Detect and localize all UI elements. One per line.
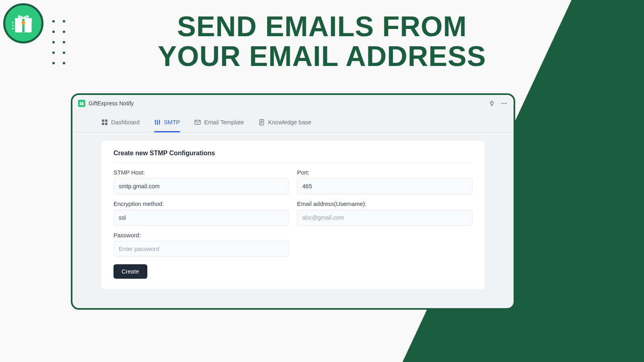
mail-icon — [194, 119, 201, 125]
app-window: GiftExpress Notify Dashboard SMTP Email … — [71, 93, 515, 310]
encryption-input[interactable] — [114, 210, 289, 226]
headline-line-2: YOUR EMAIL ADDRESS — [158, 42, 486, 72]
pin-button[interactable] — [488, 99, 496, 107]
email-label: Email address(Username): — [297, 201, 473, 207]
tab-label: Email Template — [204, 119, 244, 125]
svg-rect-12 — [105, 123, 107, 125]
svg-rect-2 — [22, 18, 25, 33]
field-port: Port: — [297, 169, 473, 194]
app-logo — [3, 3, 43, 43]
tab-email-template[interactable]: Email Template — [194, 112, 244, 132]
encryption-label: Encryption method: — [114, 201, 289, 207]
svg-point-7 — [504, 103, 505, 104]
host-label: STMP Host: — [114, 169, 289, 176]
svg-point-13 — [155, 120, 156, 122]
ellipsis-icon — [501, 100, 507, 107]
decorative-dots-bottom — [555, 308, 628, 350]
tab-label: Knowledge base — [268, 119, 311, 125]
password-input[interactable] — [114, 241, 289, 257]
more-button[interactable] — [500, 99, 508, 107]
grid-icon — [101, 119, 108, 125]
headline: SEND EMAILS FROM YOUR EMAIL ADDRESS — [158, 12, 486, 71]
tab-smtp[interactable]: SMTP — [154, 112, 180, 132]
tab-label: Dashboard — [111, 119, 140, 125]
password-label: Password: — [114, 232, 289, 239]
tab-dashboard[interactable]: Dashboard — [101, 112, 140, 132]
svg-rect-16 — [195, 120, 200, 124]
svg-point-8 — [506, 103, 507, 104]
field-password: Password: — [114, 232, 289, 257]
headline-line-1: SEND EMAILS FROM — [158, 12, 486, 42]
gift-icon — [11, 11, 35, 35]
svg-rect-5 — [81, 103, 82, 105]
tab-knowledge-base[interactable]: Knowledge base — [258, 112, 311, 132]
host-input[interactable] — [114, 178, 289, 194]
svg-rect-11 — [102, 123, 104, 125]
svg-point-6 — [502, 103, 503, 104]
smtp-config-card: Create new STMP Configurations STMP Host… — [101, 141, 485, 289]
field-email: Email address(Username): — [297, 201, 473, 226]
svg-rect-9 — [102, 119, 104, 122]
field-host: STMP Host: — [114, 169, 289, 194]
field-encryption: Encryption method: — [114, 201, 289, 226]
port-label: Port: — [297, 169, 473, 176]
app-icon — [78, 100, 85, 107]
title-bar: GiftExpress Notify — [72, 95, 514, 112]
decorative-dots-top — [48, 16, 69, 68]
port-input[interactable] — [297, 178, 473, 194]
email-input[interactable] — [297, 210, 473, 226]
card-title: Create new STMP Configurations — [114, 150, 473, 163]
pin-icon — [489, 101, 495, 106]
document-icon — [258, 119, 265, 125]
tabs: Dashboard SMTP Email Template Knowledge … — [72, 112, 514, 133]
sliders-icon — [154, 119, 161, 125]
content-area: Create new STMP Configurations STMP Host… — [72, 133, 514, 297]
svg-point-14 — [157, 123, 158, 124]
create-button[interactable]: Create — [114, 264, 147, 279]
svg-point-15 — [159, 121, 160, 122]
app-title: GiftExpress Notify — [89, 100, 134, 107]
tab-label: SMTP — [164, 119, 180, 125]
svg-rect-10 — [105, 119, 107, 122]
